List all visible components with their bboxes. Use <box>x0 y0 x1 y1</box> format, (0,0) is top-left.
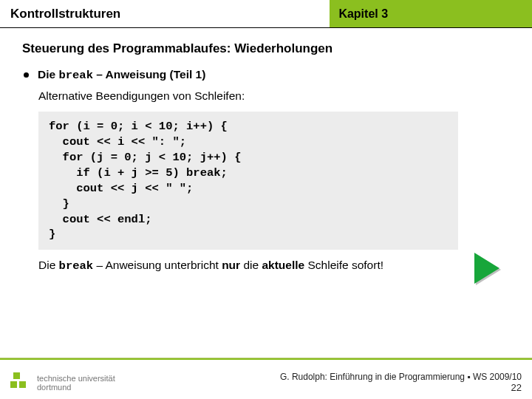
footer: technische universität dortmund G. Rudol… <box>0 358 532 399</box>
logo: technische universität dortmund <box>10 372 115 393</box>
footer-accent-bar <box>0 358 532 360</box>
bullet-post: – Anweisung (Teil 1) <box>93 68 205 81</box>
logo-line1: technische universität <box>37 374 115 383</box>
header-bar: Kontrollstrukturen Kapitel 3 <box>0 0 532 28</box>
play-icon[interactable] <box>474 253 499 284</box>
footer-page: 22 <box>280 382 522 393</box>
footer-right: G. Rudolph: Einführung in die Programmie… <box>280 372 522 393</box>
caption-t3: die <box>240 259 262 271</box>
caption-t2: – Anweisung unterbricht <box>93 259 222 271</box>
logo-line2: dortmund <box>37 383 115 392</box>
bullet-dot-icon <box>24 72 29 78</box>
bullet-item: Die break – Anweisung (Teil 1) <box>24 68 510 82</box>
footer-author: G. Rudolph: Einführung in die Programmie… <box>280 372 522 382</box>
content-area: Steuerung des Programmablaufes: Wiederho… <box>0 28 532 273</box>
caption-b2: aktuelle <box>262 259 304 271</box>
bullet-text: Die break – Anweisung (Teil 1) <box>38 68 205 82</box>
logo-text: technische universität dortmund <box>37 374 115 392</box>
bullet-code: break <box>58 69 93 82</box>
header-title-left: Kontrollstrukturen <box>0 0 330 27</box>
caption-t4: Schleife sofort! <box>304 259 383 271</box>
caption-text: Die break – Anweisung unterbricht nur di… <box>38 259 510 273</box>
alternative-text: Alternative Beendigungen von Schleifen: <box>38 89 510 103</box>
code-block: for (i = 0; i < 10; i++) { cout << i << … <box>38 112 458 250</box>
caption-code: break <box>59 259 94 273</box>
caption-b1: nur <box>222 259 240 271</box>
subtitle: Steuerung des Programmablaufes: Wiederho… <box>22 41 510 56</box>
logo-mark-icon <box>10 372 31 393</box>
caption-t1: Die <box>38 259 59 271</box>
header-title-right: Kapitel 3 <box>330 0 532 27</box>
bullet-pre: Die <box>38 68 58 81</box>
